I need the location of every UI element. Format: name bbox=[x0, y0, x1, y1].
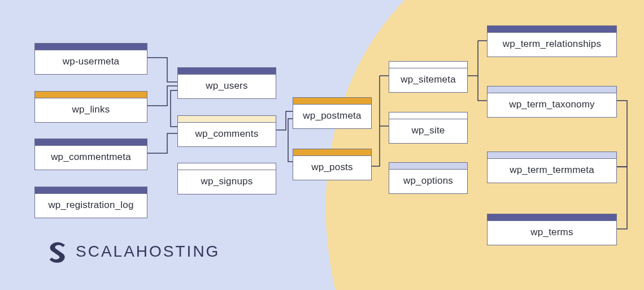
table-header bbox=[488, 214, 616, 221]
table-label: wp_comments bbox=[178, 123, 276, 146]
brand-logo: SCALAHOSTING bbox=[46, 240, 220, 263]
table-wp-term-termmeta: wp_term_termmeta bbox=[487, 152, 617, 183]
table-header bbox=[35, 139, 147, 146]
scalahosting-icon bbox=[46, 240, 69, 263]
table-label: wp_users bbox=[178, 75, 276, 98]
table-wp-sitemeta: wp_sitemeta bbox=[389, 61, 468, 93]
table-label: wp_site bbox=[389, 119, 467, 143]
table-header bbox=[389, 62, 467, 68]
table-header bbox=[389, 112, 467, 119]
table-wp-term-relationships: wp_term_relationships bbox=[487, 25, 617, 57]
table-wp-terms: wp_terms bbox=[487, 214, 617, 245]
table-label: wp_signups bbox=[178, 170, 276, 194]
table-label: wp_options bbox=[389, 170, 467, 193]
table-label: wp_postmeta bbox=[293, 105, 371, 128]
table-wp-comments: wp_comments bbox=[177, 115, 276, 147]
table-header bbox=[178, 68, 276, 75]
table-wp-postmeta: wp_postmeta bbox=[293, 97, 372, 129]
table-header bbox=[488, 86, 616, 93]
table-wp-posts: wp_posts bbox=[293, 149, 372, 180]
table-header bbox=[389, 163, 467, 170]
brand-name: SCALAHOSTING bbox=[76, 243, 220, 261]
table-wp-registration-log: wp_registration_log bbox=[34, 187, 147, 218]
table-header bbox=[35, 92, 147, 98]
table-label: wp_links bbox=[35, 98, 147, 122]
table-label: wp_term_termmeta bbox=[488, 159, 616, 183]
table-label: wp-usermeta bbox=[35, 50, 147, 74]
table-label: wp_sitemeta bbox=[389, 68, 467, 92]
table-header bbox=[178, 116, 276, 123]
table-header bbox=[293, 149, 371, 156]
table-header bbox=[35, 44, 147, 50]
table-header bbox=[293, 98, 371, 105]
table-header bbox=[488, 152, 616, 159]
table-wp-commentmeta: wp_commentmeta bbox=[34, 138, 147, 170]
table-wp-site: wp_site bbox=[389, 112, 468, 144]
table-wp-term-taxonomy: wp_term_taxonomy bbox=[487, 86, 617, 118]
table-label: wp_term_relationships bbox=[488, 33, 616, 57]
table-label: wp_terms bbox=[488, 221, 616, 245]
table-header bbox=[178, 163, 276, 170]
table-wp-usermeta: wp-usermeta bbox=[34, 43, 147, 75]
table-label: wp_commentmeta bbox=[35, 146, 147, 170]
table-label: wp_term_taxonomy bbox=[488, 93, 616, 117]
table-wp-users: wp_users bbox=[177, 67, 276, 99]
table-wp-signups: wp_signups bbox=[177, 163, 276, 194]
table-wp-links: wp_links bbox=[34, 91, 147, 123]
table-header bbox=[488, 26, 616, 33]
table-label: wp_posts bbox=[293, 156, 371, 180]
table-label: wp_registration_log bbox=[35, 194, 147, 218]
table-wp-options: wp_options bbox=[389, 162, 468, 194]
table-header bbox=[35, 187, 147, 194]
